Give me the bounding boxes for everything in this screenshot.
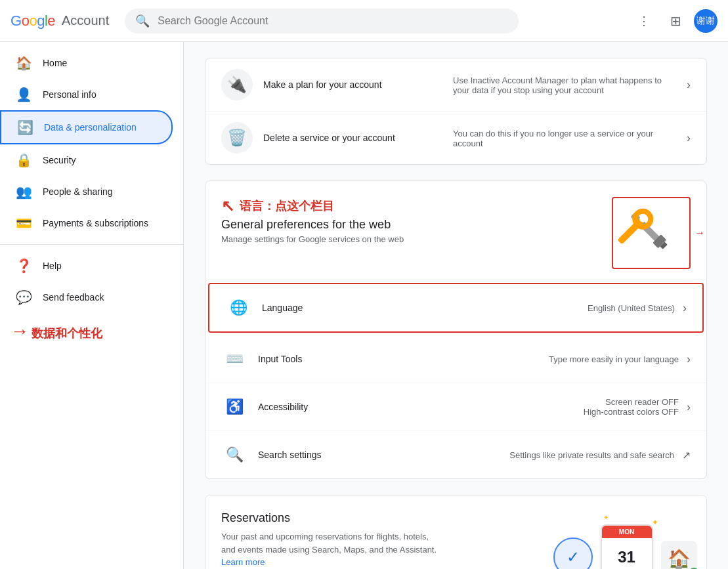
search-icon: 🔍 bbox=[135, 14, 150, 28]
google-account-logo[interactable]: Google Account bbox=[11, 12, 109, 30]
input-tools-title: Input Tools bbox=[258, 354, 549, 364]
accessibility-title: Accessibility bbox=[258, 402, 584, 412]
google-apps-button[interactable]: ⊞ bbox=[662, 8, 689, 34]
delete-icon-wrap: 🗑️ bbox=[221, 122, 253, 154]
external-link-icon: ↗ bbox=[682, 449, 691, 461]
tools-svg-icon bbox=[615, 200, 687, 266]
header: Google Account 🔍 ⋮ ⊞ 谢谢 bbox=[0, 0, 728, 42]
search-settings-value: Settings like private results and safe s… bbox=[509, 450, 674, 460]
language-content: Language bbox=[262, 303, 588, 313]
inactive-account-content: Make a plan for your account bbox=[263, 79, 453, 90]
general-prefs-title: General preferences for the web bbox=[221, 218, 404, 232]
input-tools-chevron-icon: › bbox=[687, 352, 691, 366]
learn-more-link[interactable]: Learn more bbox=[221, 557, 265, 567]
accessibility-value2: High-contrast colors OFF bbox=[584, 407, 679, 417]
keyboard-icon: ⌨️ bbox=[226, 350, 244, 368]
sidebar-label-security: Security bbox=[43, 155, 76, 165]
sidebar-item-payments[interactable]: 💳 Payments & subscriptions bbox=[0, 207, 173, 239]
more-options-button[interactable]: ⋮ bbox=[631, 8, 657, 34]
home-icon: 🏠 bbox=[16, 55, 32, 71]
inactive-account-desc: Use Inactive Account Manager to plan wha… bbox=[453, 75, 676, 95]
security-icon: 🔒 bbox=[16, 152, 32, 168]
globe-icon: 🌐 bbox=[230, 299, 247, 316]
help-icon: ❓ bbox=[16, 258, 32, 274]
general-preferences-card: ↖ 语言：点这个栏目 General preferences for the w… bbox=[205, 180, 707, 479]
input-tools-icon-wrap: ⌨️ bbox=[221, 346, 247, 372]
language-icon-wrap: 🌐 bbox=[225, 295, 251, 321]
sidebar-item-help[interactable]: ❓ Help bbox=[0, 250, 173, 282]
inactive-account-row[interactable]: 🔌 Make a plan for your account Use Inact… bbox=[205, 58, 706, 112]
accessibility-icon: ♿ bbox=[226, 398, 244, 415]
input-tools-row[interactable]: ⌨️ Input Tools Type more easily in your … bbox=[205, 335, 706, 383]
language-row[interactable]: 🌐 Language English (United States) › bbox=[208, 283, 704, 333]
personal-info-icon: 👤 bbox=[16, 87, 32, 102]
search-settings-content: Search settings bbox=[258, 450, 509, 460]
accessibility-content: Accessibility bbox=[258, 402, 584, 412]
sidebar-label-personal-info: Personal info bbox=[43, 89, 96, 100]
plug-icon: 🔌 bbox=[227, 75, 247, 94]
search-settings-title: Search settings bbox=[258, 450, 509, 460]
language-value: English (United States) bbox=[588, 303, 675, 313]
sidebar-label-people-sharing: People & sharing bbox=[43, 186, 113, 197]
input-tools-content: Input Tools bbox=[258, 354, 549, 364]
accessibility-value1: Screen reader OFF bbox=[584, 397, 679, 407]
language-chevron-icon: › bbox=[683, 301, 687, 315]
search-input[interactable] bbox=[158, 15, 508, 27]
sidebar-label-payments: Payments & subscriptions bbox=[43, 218, 148, 228]
payments-icon: 💳 bbox=[16, 215, 32, 231]
calendar-icon-illustration: ✦ ✦ MON 31 bbox=[601, 524, 653, 569]
reservations-illustration: ✓ ✦ ✦ MON 31 🏠 bbox=[553, 524, 697, 569]
accessibility-icon-wrap: ♿ bbox=[221, 394, 247, 420]
people-sharing-icon: 👥 bbox=[16, 184, 32, 200]
search-settings-icon-wrap: 🔍 bbox=[221, 442, 247, 468]
sidebar-divider bbox=[0, 244, 183, 245]
sidebar-item-data-personalization[interactable]: 🔄 Data & personalization bbox=[0, 110, 173, 144]
sidebar-label-send-feedback: Send feedback bbox=[43, 292, 104, 303]
sidebar-item-people-sharing[interactable]: 👥 People & sharing bbox=[0, 176, 173, 207]
annotation-container: → 数据和个性化 bbox=[0, 321, 183, 342]
accessibility-values: Screen reader OFF High-contrast colors O… bbox=[584, 397, 679, 417]
accessibility-chevron-icon: › bbox=[687, 400, 691, 414]
annotation-language-cn-text: 语言：点这个栏目 bbox=[240, 198, 334, 214]
arrow-up-left-icon: ↖ bbox=[221, 197, 234, 215]
language-title: Language bbox=[262, 303, 588, 313]
avatar[interactable]: 谢谢 bbox=[694, 9, 717, 33]
chevron-right-icon-2: › bbox=[687, 131, 691, 145]
sidebar-item-personal-info[interactable]: 👤 Personal info bbox=[0, 79, 173, 110]
star-icon: ✦ bbox=[652, 518, 658, 527]
reservations-image: ✓ ✦ ✦ MON 31 🏠 bbox=[559, 511, 691, 569]
search-settings-icon: 🔍 bbox=[226, 446, 244, 463]
settings-annotation: → 设置 bbox=[695, 226, 707, 240]
input-tools-value: Type more easily in your language bbox=[549, 354, 679, 364]
reservations-card: Reservations Your past and upcoming rese… bbox=[205, 495, 707, 569]
search-settings-row[interactable]: 🔍 Search settings Settings like private … bbox=[205, 431, 706, 478]
clock-circle: ✓ bbox=[553, 537, 593, 569]
chevron-right-icon: › bbox=[687, 78, 691, 92]
layout: 🏠 Home 👤 Personal info 🔄 Data & personal… bbox=[0, 42, 728, 569]
sidebar-label-help: Help bbox=[43, 261, 62, 271]
general-prefs-subtitle: Manage settings for Google services on t… bbox=[221, 234, 404, 244]
tools-image-border: → 设置 bbox=[612, 197, 691, 269]
accessibility-row[interactable]: ♿ Accessibility Screen reader OFF High-c… bbox=[205, 383, 706, 431]
account-management-card: 🔌 Make a plan for your account Use Inact… bbox=[205, 58, 707, 165]
sidebar-item-security[interactable]: 🔒 Security bbox=[0, 144, 173, 176]
sidebar-item-send-feedback[interactable]: 💬 Send feedback bbox=[0, 282, 173, 313]
reservations-description: Your past and upcoming reservations for … bbox=[221, 530, 444, 569]
sidebar-label-home: Home bbox=[43, 58, 67, 68]
house-icon-illustration: 🏠 ★ bbox=[661, 541, 697, 569]
star-icon-2: ✦ bbox=[603, 514, 609, 521]
delete-service-row[interactable]: 🗑️ Delete a service or your account You … bbox=[205, 112, 706, 164]
inactive-account-title: Make a plan for your account bbox=[263, 79, 453, 90]
send-feedback-icon: 💬 bbox=[16, 289, 32, 305]
annotation-language-row: ↖ 语言：点这个栏目 bbox=[221, 197, 404, 215]
inactive-account-icon-wrap: 🔌 bbox=[221, 69, 253, 100]
header-actions: ⋮ ⊞ 谢谢 bbox=[631, 8, 717, 34]
section-header-text: ↖ 语言：点这个栏目 General preferences for the w… bbox=[221, 197, 404, 244]
google-logo: Google bbox=[11, 12, 55, 30]
annotation-cn-text: 数据和个性化 bbox=[32, 327, 102, 340]
data-personalization-icon: 🔄 bbox=[17, 119, 33, 135]
grid-icon: ⊞ bbox=[670, 13, 681, 29]
reservations-inner: Reservations Your past and upcoming rese… bbox=[205, 495, 706, 569]
search-bar[interactable]: 🔍 bbox=[125, 9, 519, 33]
sidebar-item-home[interactable]: 🏠 Home bbox=[0, 47, 173, 79]
